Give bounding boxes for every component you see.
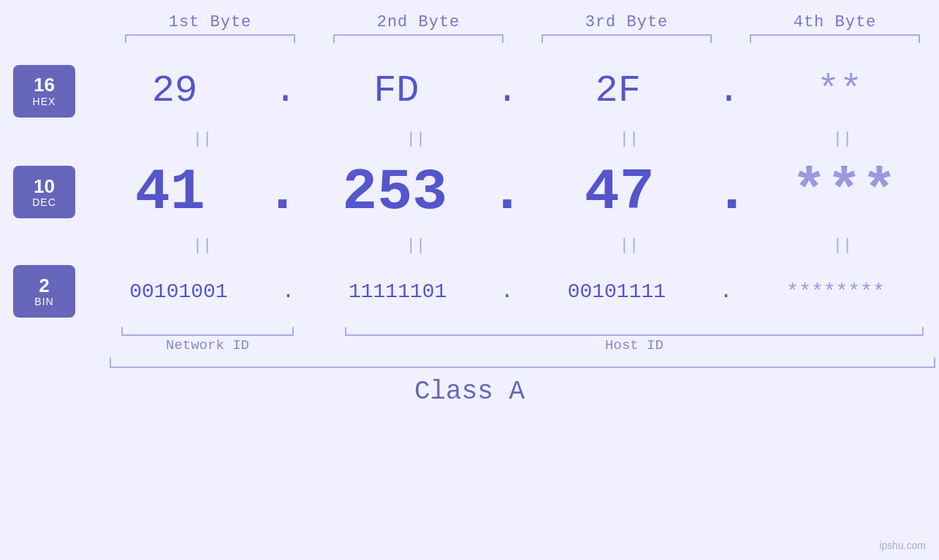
dec-dot-2: . [490,159,525,226]
host-bracket-cell [330,327,939,336]
hex-badge-label: HEX [33,96,56,107]
hex-val-1: 29 [75,69,274,112]
outer-bracket [110,358,935,368]
bin-values: 00101001 . 11111101 . 00101111 . *******… [75,280,939,303]
bracket-4 [750,34,921,43]
bracket-2 [333,34,504,43]
byte-headers: 1st Byte 2nd Byte 3rd Byte 4th Byte [0,13,939,31]
equals-row-2: || || || || [0,232,939,258]
bin-val-1: 00101001 [75,280,282,303]
eq2-1: || [106,237,299,255]
dec-values: 41 . 253 . 47 . *** [75,159,939,226]
byte-header-1: 1st Byte [106,13,314,31]
dec-val-4: *** [750,159,939,226]
hex-val-3: 2F [519,69,718,112]
class-label: Class A [0,377,939,407]
eq1-2: || [319,130,512,148]
main-container: 1st Byte 2nd Byte 3rd Byte 4th Byte 16 H… [0,0,939,560]
bin-dot-2: . [501,280,514,303]
hex-val-4: ** [740,69,939,112]
eq2-4: || [746,237,939,255]
top-bracket-row [0,34,939,43]
dec-badge-label: DEC [32,196,56,208]
hex-dot-3: . [718,69,740,112]
equals-row-1: || || || || [0,126,939,152]
bin-val-3: 00101111 [513,280,720,303]
dec-dot-1: . [265,159,300,226]
bin-dot-3: . [720,280,732,303]
watermark: ipshu.com [879,540,926,551]
bin-dot-1: . [282,280,294,303]
id-labels-row: Network ID Host ID [0,337,939,353]
eq2-3: || [533,237,726,255]
dec-val-3: 47 [525,159,714,226]
hex-val-2: FD [297,69,495,112]
bin-val-2: 11111101 [294,280,501,303]
hex-dot-2: . [495,69,518,112]
bin-badge-num: 2 [39,275,49,296]
bin-val-4: ******** [732,280,939,303]
dec-row: 10 DEC 41 . 253 . 47 . *** [0,152,939,232]
bracket-1 [125,34,296,43]
hex-row: 16 HEX 29 . FD . 2F . ** [0,56,939,126]
bracket-cell-1 [106,34,314,43]
eq1-1: || [106,130,299,148]
dec-badge-num: 10 [34,176,55,197]
host-id-label: Host ID [330,337,939,353]
bracket-3 [541,34,712,43]
bracket-cell-3 [522,34,731,43]
network-bracket-cell [106,327,309,336]
byte-header-4: 4th Byte [731,13,939,31]
network-bracket [121,327,294,336]
bin-badge: 2 BIN [13,265,75,318]
eq2-2: || [319,237,512,255]
bracket-cell-2 [314,34,522,43]
bin-row: 2 BIN 00101001 . 11111101 . 00101111 . *… [0,258,939,324]
dec-badge: 10 DEC [13,166,75,218]
byte-header-2: 2nd Byte [314,13,522,31]
hex-badge: 16 HEX [13,65,75,118]
hex-dot-1: . [274,69,297,112]
dec-val-2: 253 [300,159,490,226]
bracket-cell-4 [731,34,939,43]
eq1-4: || [746,130,939,148]
host-bracket [345,327,924,336]
bin-badge-label: BIN [34,296,53,307]
hex-badge-num: 16 [34,74,55,96]
network-id-label: Network ID [106,337,309,353]
eq1-3: || [533,130,726,148]
sub-bracket-row [0,327,939,336]
byte-header-3: 3rd Byte [522,13,731,31]
dec-dot-3: . [714,159,749,226]
dec-val-1: 41 [75,159,265,226]
hex-values: 29 . FD . 2F . ** [75,69,939,112]
